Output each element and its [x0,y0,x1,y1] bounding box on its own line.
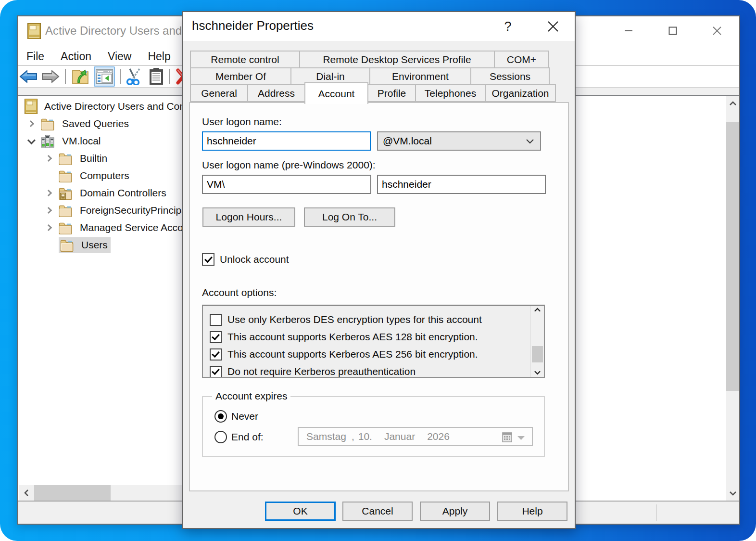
tab-general[interactable]: General [190,84,248,102]
help-button[interactable]: Help [497,502,567,521]
user-logon-name-input[interactable]: hschneider [202,131,371,151]
tab-label: Remote control [211,54,279,65]
scrollbar-thumb[interactable] [532,346,543,362]
forward-icon [41,70,60,83]
maximize-button[interactable] [651,16,695,45]
console-tree-icon [96,69,113,84]
scroll-up-icon [729,101,737,106]
folder-icon [59,204,72,217]
dialog-help-button[interactable]: ? [492,12,524,41]
expires-never-radio[interactable]: Never [214,410,258,423]
maximize-icon [668,26,678,36]
folder-icon [59,169,72,182]
scroll-down-icon [534,370,541,375]
tab-com-plus[interactable]: COM+ [494,51,549,68]
ok-button[interactable]: OK [265,502,336,521]
pre-2000-name-input[interactable]: hschneider [377,175,546,194]
expire-date-picker[interactable]: Samstag , 10. Januar 2026 [298,427,533,446]
folder-icon [59,221,72,234]
account-options-list[interactable]: Use only Kerberos DES encryption types f… [202,305,545,378]
scroll-left-button[interactable] [19,485,34,501]
tab-organization[interactable]: Organization [485,84,556,102]
close-button[interactable] [695,16,739,45]
dialog-buttons: OK Cancel Apply Help [183,502,575,521]
checkbox-checked-icon[interactable] [210,366,222,378]
minimize-button[interactable] [606,16,651,45]
scroll-left-icon [24,489,29,497]
chevron-right-icon[interactable] [41,208,56,213]
checkbox-checked-icon[interactable] [210,348,222,361]
paste-button[interactable] [147,66,166,87]
chevron-right-icon[interactable] [41,191,56,195]
tree-item-label: Saved Queries [61,116,132,131]
option-aes-128[interactable]: This account supports Kerberos AES 128 b… [203,328,544,346]
tab-account[interactable]: Account [304,82,368,104]
checkbox-checked-icon[interactable] [210,331,222,343]
expires-end-of-radio[interactable]: End of: [214,431,264,443]
option-no-preauth[interactable]: Do not require Kerberos preauthenticatio… [203,363,544,378]
export-list-button[interactable] [71,66,90,87]
properties-dialog: hschneider Properties ? Remote control R… [182,11,576,529]
scroll-down-button[interactable] [531,370,544,375]
scroll-down-button[interactable] [726,486,739,501]
results-vertical-scrollbar[interactable] [726,96,739,501]
menu-help[interactable]: Help [139,48,178,65]
button-label: OK [293,505,307,517]
logon-hours-button[interactable]: Logon Hours... [202,207,295,227]
back-button[interactable] [19,66,38,87]
chevron-right-icon[interactable] [41,225,56,230]
checkbox-unchecked-icon[interactable] [210,314,222,326]
radio-unselected-icon [214,431,227,443]
log-on-to-button[interactable]: Log On To... [304,207,395,227]
tree-horizontal-scrollbar[interactable] [19,485,183,501]
chevron-right-icon[interactable] [24,121,38,126]
tab-label: Environment [392,71,449,82]
tab-member-of[interactable]: Member Of [190,67,291,85]
tree-item-label: Domain Controllers [79,186,169,201]
tab-label: COM+ [507,54,536,65]
scroll-up-button[interactable] [726,96,739,111]
apply-button[interactable]: Apply [420,502,490,521]
chevron-right-icon[interactable] [41,156,56,161]
button-label: Apply [442,505,468,517]
menu-file[interactable]: File [18,48,52,65]
tab-label: Organization [491,88,549,99]
console-tree-toggle-button[interactable] [94,66,115,87]
tab-row-2: Member Of Dial-in Environment Sessions [190,68,556,85]
forward-button[interactable] [41,66,60,87]
scroll-up-button[interactable] [531,308,544,312]
unlock-account-checkbox[interactable]: Unlock account [202,253,289,266]
tree-selection: Users [59,237,111,253]
chevron-down-icon[interactable] [24,138,38,144]
tab-label: Remote Desktop Services Profile [323,54,471,65]
button-label: Cancel [362,505,393,517]
pre-2000-domain-input[interactable]: VM\ [202,175,371,194]
date-day: 10. [358,431,372,442]
dialog-close-button[interactable] [537,12,569,41]
tab-environment[interactable]: Environment [369,67,471,85]
account-options-label: Account options: [202,287,277,298]
tab-address[interactable]: Address [247,84,305,102]
tab-profile[interactable]: Profile [367,84,416,102]
dialog-titlebar[interactable]: hschneider Properties ? [183,12,575,41]
button-label: Help [522,505,542,517]
tab-remote-desktop-services-profile[interactable]: Remote Desktop Services Profile [299,51,495,68]
domain-suffix-dropdown[interactable]: @VM.local [377,131,541,151]
menu-action[interactable]: Action [52,48,100,65]
folder-icon [59,152,72,165]
user-logon-name-label: User logon name: [202,116,282,128]
option-aes-256[interactable]: This account supports Kerberos AES 256 b… [203,346,544,363]
cancel-button[interactable]: Cancel [342,502,413,521]
tab-sessions[interactable]: Sessions [470,67,550,85]
chevron-down-icon [517,436,525,440]
back-icon [19,70,38,83]
scrollbar-thumb[interactable] [34,485,111,501]
option-kerberos-des[interactable]: Use only Kerberos DES encryption types f… [203,311,544,328]
cut-button[interactable] [125,66,144,87]
scrollbar-thumb[interactable] [726,122,739,391]
tab-remote-control[interactable]: Remote control [190,51,300,68]
tab-telephones[interactable]: Telephones [415,84,486,102]
options-scrollbar[interactable] [530,306,544,377]
menu-view[interactable]: View [100,48,139,65]
aduc-app-icon [27,23,41,39]
